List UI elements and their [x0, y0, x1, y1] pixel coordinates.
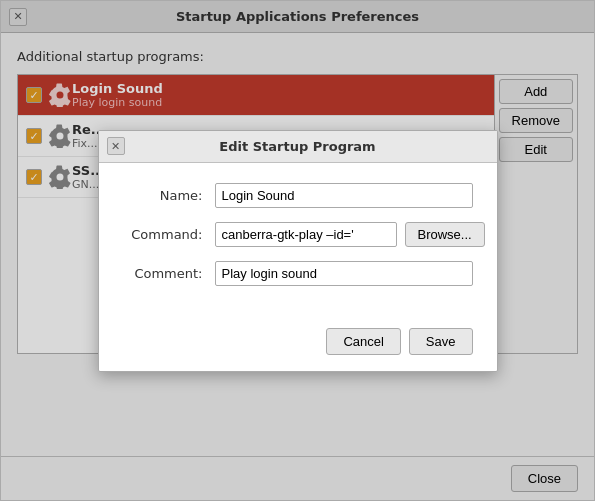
name-label: Name:: [123, 188, 203, 203]
browse-button[interactable]: Browse...: [405, 222, 485, 247]
dialog-title-bar: ✕ Edit Startup Program: [99, 131, 497, 163]
dialog-overlay: ✕ Edit Startup Program Name: Command: Br…: [1, 1, 594, 500]
name-input[interactable]: [215, 183, 473, 208]
name-row: Name:: [123, 183, 473, 208]
dialog-title: Edit Startup Program: [219, 139, 375, 154]
edit-dialog: ✕ Edit Startup Program Name: Command: Br…: [98, 130, 498, 372]
comment-row: Comment:: [123, 261, 473, 286]
dialog-footer: Cancel Save: [99, 320, 497, 371]
main-window: ✕ Startup Applications Preferences Addit…: [0, 0, 595, 501]
cancel-button[interactable]: Cancel: [326, 328, 400, 355]
comment-label: Comment:: [123, 266, 203, 281]
comment-input[interactable]: [215, 261, 473, 286]
dialog-body: Name: Command: Browse... Comment:: [99, 163, 497, 320]
dialog-close-button[interactable]: ✕: [107, 137, 125, 155]
command-input[interactable]: [215, 222, 397, 247]
command-label: Command:: [123, 227, 203, 242]
command-row: Command: Browse...: [123, 222, 473, 247]
save-button[interactable]: Save: [409, 328, 473, 355]
